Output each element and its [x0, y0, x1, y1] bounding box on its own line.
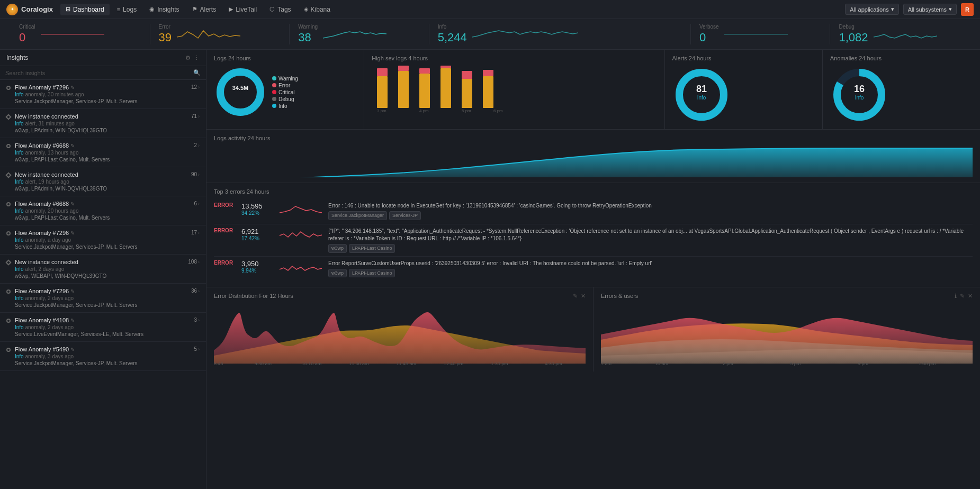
item-count: 3 ›: [194, 317, 200, 323]
list-item[interactable]: Flow Anomaly #7296 ✎ Info anomaly, 30 mi…: [0, 80, 206, 109]
svg-text:1:30 pm: 1:30 pm: [491, 361, 508, 366]
item-content: New instance connected Info alert, 2 day…: [15, 259, 184, 279]
critical-sparkline: [41, 26, 104, 42]
nav-logs[interactable]: ≡ Logs: [112, 4, 142, 15]
edit-icon[interactable]: ✎: [70, 201, 75, 207]
svg-rect-12: [440, 68, 451, 108]
arrow-right-icon: ›: [198, 288, 200, 294]
arrow-right-icon: ›: [198, 318, 200, 323]
content-area: Logs 24 hours 34.5M: [206, 50, 980, 489]
nav-dashboard[interactable]: ⊞ Dashboard: [60, 4, 110, 15]
donut-chart: 34.5M: [214, 66, 267, 119]
edit-icon[interactable]: ✎: [70, 347, 75, 352]
donut-legend: Warning Error Critical Debug: [272, 76, 298, 109]
item-count: 12 ›: [191, 84, 200, 90]
highsev-panel: High sev logs 4 hours: [364, 50, 664, 129]
list-item[interactable]: New instance connected Info alert, 19 ho…: [0, 167, 206, 196]
item-content: Flow Anomaly #7296 ✎ Info anomaly, 2 day…: [15, 288, 187, 308]
activity-chart: 8 pm 10 pm 12 pm 2 am 4 am 6 am 8 am 10 …: [214, 146, 973, 177]
item-count: 5 ›: [194, 346, 200, 352]
svg-text:9 pm: 9 pm: [858, 361, 868, 366]
info-icon[interactable]: ℹ: [955, 293, 957, 300]
legend-error: Error: [272, 83, 298, 88]
app-selector[interactable]: All applications ▾: [845, 4, 898, 15]
legend-warning: Warning: [272, 76, 298, 82]
legend-critical: Critical: [272, 89, 298, 95]
error-tags-2: w3wp LPAPI-Last Casino: [328, 244, 973, 253]
item-indicator: [6, 348, 11, 352]
svg-point-0: [220, 72, 260, 112]
stat-critical: Critical 0: [11, 24, 150, 44]
edit-icon[interactable]: ✎: [70, 143, 75, 149]
search-input[interactable]: [5, 70, 190, 76]
svg-text:2 pm: 2 pm: [723, 361, 733, 366]
svg-rect-8: [398, 71, 409, 108]
activity-title: Logs activity 24 hours: [214, 135, 973, 141]
item-content: Flow Anomaly #4108 ✎ Info anomaly, 2 day…: [15, 317, 190, 337]
edit-icon[interactable]: ✎: [70, 85, 75, 90]
filter-icon[interactable]: ⚙: [185, 55, 191, 61]
error-sparkline-2: [280, 228, 322, 246]
error-badge: ERROR: [214, 202, 235, 208]
svg-text:81: 81: [696, 84, 707, 94]
error-dist-svg: 8:46 9:30 am 10:10 am 11:00 am 11:45 am …: [214, 303, 586, 366]
error-dist-panel: Error Distribution For 12 Hours ✎ ✕: [206, 287, 594, 372]
errors-users-panel: Errors & users ℹ ✎ ✕: [594, 287, 980, 372]
list-item[interactable]: Flow Anomaly #6688 ✎ Info anomaly, 13 ho…: [0, 138, 206, 167]
svg-text:1:00 pm: 1:00 pm: [919, 361, 936, 366]
edit-icon[interactable]: ✎: [70, 288, 75, 294]
bottom-charts: Error Distribution For 12 Hours ✎ ✕: [206, 287, 980, 372]
svg-text:8:46: 8:46: [214, 361, 223, 366]
list-item[interactable]: New instance connected Info alert, 31 mi…: [0, 109, 206, 138]
sidebar-title: Insights: [6, 54, 28, 61]
nav-alerts[interactable]: ⚑ Alerts: [187, 4, 222, 15]
list-item[interactable]: Flow Anomaly #5490 ✎ Info anomaly, 3 day…: [0, 342, 206, 371]
item-count: 6 ›: [194, 201, 200, 206]
subsystem-selector[interactable]: All subsystems ▾: [903, 4, 957, 15]
warning-sparkline: [323, 26, 386, 42]
nav-tags[interactable]: ⬡ Tags: [264, 4, 296, 15]
item-content: Flow Anomaly #7296 ✎ Info anomaly, a day…: [15, 230, 187, 250]
stat-debug-info: Debug 1,082: [839, 24, 868, 44]
list-item[interactable]: Flow Anomaly #7296 ✎ Info anomaly, 2 day…: [0, 284, 206, 313]
nav-livetail[interactable]: ▶ LiveTail: [223, 4, 262, 15]
svg-text:4 pm: 4 pm: [419, 108, 429, 113]
list-item[interactable]: Flow Anomaly #4108 ✎ Info anomaly, 2 day…: [0, 313, 206, 342]
nav-kibana[interactable]: ◈ Kibana: [299, 4, 336, 15]
debug-dot: [272, 97, 276, 101]
error-count-area: 3,950 9.94%: [241, 260, 273, 274]
close-icon[interactable]: ✕: [968, 293, 973, 300]
alerts24h-title: Alerts 24 hours: [672, 55, 815, 61]
logs-icon: ≡: [117, 6, 120, 13]
search-icon: 🔍: [193, 69, 201, 76]
item-content: New instance connected Info alert, 19 ho…: [15, 171, 187, 192]
more-icon[interactable]: ⋮: [194, 55, 200, 61]
arrow-right-icon: ›: [198, 85, 200, 90]
info-sparkline: [472, 26, 536, 42]
ring-container: 81 Info: [672, 66, 815, 124]
edit-icon[interactable]: ✎: [70, 318, 75, 323]
list-item[interactable]: Flow Anomaly #7296 ✎ Info anomaly, a day…: [0, 225, 206, 255]
info-dot: [272, 104, 276, 108]
edit-icon[interactable]: ✎: [573, 293, 578, 300]
main-layout: Insights ⚙ ⋮ 🔍 Flow Anomaly #7296 ✎ Info…: [0, 50, 980, 489]
close-icon[interactable]: ✕: [581, 293, 586, 300]
nav-insights[interactable]: ◉ Insights: [144, 4, 184, 15]
edit-icon[interactable]: ✎: [70, 230, 75, 236]
item-indicator: [6, 86, 11, 90]
svg-text:9:30 am: 9:30 am: [255, 361, 272, 366]
error-row: ERROR 6,921 17.42% {"IP": " 34.206.148.1…: [214, 224, 973, 257]
search-bar: 🔍: [0, 66, 206, 80]
svg-text:10 am: 10 am: [655, 361, 668, 366]
list-item[interactable]: New instance connected Info alert, 2 day…: [0, 255, 206, 284]
error-tags-1: Service.JackpotManager Services-JP: [328, 211, 973, 220]
item-content: New instance connected Info alert, 31 mi…: [15, 113, 187, 133]
anomalies24h-title: Anomalies 24 hours: [830, 55, 973, 61]
item-count: 2 ›: [194, 142, 200, 148]
svg-rect-14: [462, 79, 472, 108]
edit-icon[interactable]: ✎: [960, 293, 965, 300]
user-avatar[interactable]: R: [961, 3, 974, 16]
alerts-ring-chart: 81 Info: [672, 66, 731, 124]
list-item[interactable]: Flow Anomaly #6688 ✎ Info anomaly, 20 ho…: [0, 196, 206, 225]
error-sparkline: [177, 26, 240, 42]
